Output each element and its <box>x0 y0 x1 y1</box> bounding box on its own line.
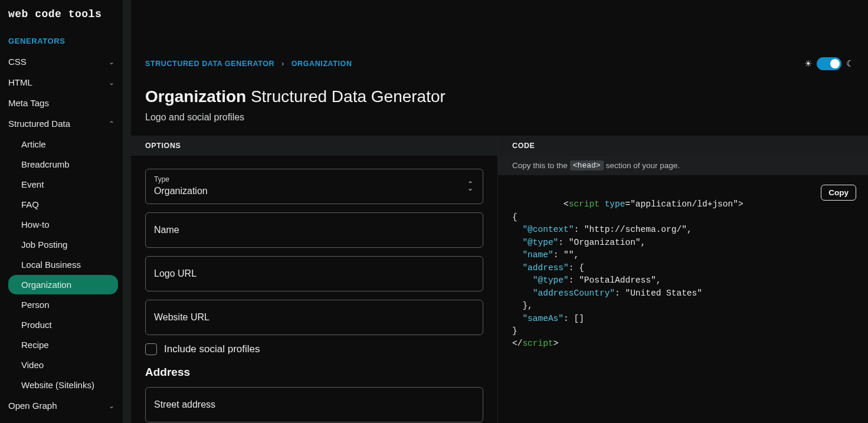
scrollbar-thumb[interactable] <box>123 0 130 366</box>
sidebar-item-article[interactable]: Article <box>8 135 118 154</box>
website-placeholder: Website URL <box>154 312 209 322</box>
sidebar: web code tools GENERATORS CSS ⌄ HTML ⌄ M… <box>0 0 131 423</box>
topbar: STRUCTURED DATA GENERATOR › ORGANIZATION… <box>131 52 868 76</box>
website-url-input[interactable]: Website URL <box>145 300 483 335</box>
type-label: Type <box>154 175 474 183</box>
options-body: Type Organization ⌃⌄ Name Logo URL Websi… <box>131 156 497 423</box>
code-note-suffix: section of your page. <box>606 161 680 170</box>
options-panel: OPTIONS Type Organization ⌃⌄ Name Logo U… <box>131 136 498 423</box>
ad-space <box>131 0 868 52</box>
page-title: Organization Structured Data Generator <box>145 87 854 106</box>
code-note: Copy this to the <head> section of your … <box>498 156 868 175</box>
scrollbar-track <box>123 0 131 423</box>
code-panel: CODE Copy this to the <head> section of … <box>498 136 868 423</box>
type-select[interactable]: Type Organization ⌃⌄ <box>145 169 483 204</box>
sidebar-item-breadcrumb[interactable]: Breadcrumb <box>8 155 118 174</box>
options-head: OPTIONS <box>131 136 497 156</box>
page-title-rest: Structured Data Generator <box>246 87 446 106</box>
sidebar-item-recipe[interactable]: Recipe <box>8 335 118 355</box>
name-placeholder: Name <box>154 225 179 235</box>
nav-css[interactable]: CSS ⌄ <box>0 51 123 72</box>
section-label-generators: GENERATORS <box>0 34 123 51</box>
sidebar-item-video[interactable]: Video <box>8 355 118 375</box>
page-title-bold: Organization <box>145 87 246 106</box>
street-address-input[interactable]: Street address <box>145 387 483 422</box>
brand-logo[interactable]: web code tools <box>0 0 123 34</box>
dark-mode-toggle[interactable] <box>817 57 841 70</box>
chevron-down-icon: ⌄ <box>109 58 114 66</box>
breadcrumb-organization[interactable]: ORGANIZATION <box>291 60 352 68</box>
nav-opengraph-label: Open Graph <box>8 401 57 411</box>
include-social-checkbox[interactable] <box>145 343 157 355</box>
chevron-down-icon: ⌄ <box>109 78 114 87</box>
code-addr-type: PostalAddress <box>584 276 651 285</box>
chevron-down-icon: ⌄ <box>109 402 114 410</box>
page-head: Organization Structured Data Generator L… <box>131 76 868 136</box>
logo-placeholder: Logo URL <box>154 268 196 278</box>
sidebar-item-event[interactable]: Event <box>8 175 118 194</box>
nav-structured-data[interactable]: Structured Data ⌃ <box>0 113 123 134</box>
sidebar-item-faq[interactable]: FAQ <box>8 195 118 214</box>
sidebar-item-website[interactable]: Website (Sitelinks) <box>8 375 118 395</box>
code-type: Organization <box>574 238 635 247</box>
include-social-row: Include social profiles <box>145 343 483 355</box>
chevron-right-icon: › <box>281 60 284 68</box>
sidebar-item-product[interactable]: Product <box>8 315 118 335</box>
breadcrumb: STRUCTURED DATA GENERATOR › ORGANIZATION <box>145 60 352 68</box>
main: STRUCTURED DATA GENERATOR › ORGANIZATION… <box>131 0 868 423</box>
code-context: http://schema.org/ <box>589 225 682 234</box>
select-caret-icon: ⌃⌄ <box>467 182 473 190</box>
street-placeholder: Street address <box>154 399 215 409</box>
sidebar-item-organization[interactable]: Organization <box>8 275 118 294</box>
sidebar-item-howto[interactable]: How-to <box>8 215 118 234</box>
moon-icon: ☾ <box>846 58 854 69</box>
breadcrumb-structured-data[interactable]: STRUCTURED DATA GENERATOR <box>145 60 274 68</box>
type-value: Organization <box>154 186 208 196</box>
nav-html[interactable]: HTML ⌄ <box>0 72 123 93</box>
sidebar-item-person[interactable]: Person <box>8 295 118 314</box>
include-social-label: Include social profiles <box>164 343 260 355</box>
nav-meta-tags[interactable]: Meta Tags <box>0 93 123 113</box>
address-heading: Address <box>145 366 483 379</box>
nav-html-label: HTML <box>8 77 32 87</box>
sidebar-item-local-business[interactable]: Local Business <box>8 255 118 274</box>
sun-icon: ☀ <box>804 58 812 69</box>
code-note-tag: <head> <box>570 160 604 170</box>
chevron-up-icon: ⌃ <box>109 120 114 128</box>
nav-open-graph[interactable]: Open Graph ⌄ <box>0 395 123 416</box>
code-note-prefix: Copy this to the <box>512 161 568 170</box>
name-input[interactable]: Name <box>145 212 483 248</box>
sidebar-item-job-posting[interactable]: Job Posting <box>8 235 118 254</box>
code-block: Copy<script type="application/ld+json"> … <box>498 175 868 361</box>
page-subtitle: Logo and social profiles <box>145 112 854 123</box>
panels: OPTIONS Type Organization ⌃⌄ Name Logo U… <box>131 136 868 423</box>
code-head: CODE <box>498 136 868 156</box>
theme-toggle: ☀ ☾ <box>804 57 854 70</box>
logo-url-input[interactable]: Logo URL <box>145 256 483 291</box>
nav-meta-label: Meta Tags <box>8 98 49 108</box>
nav-structured-label: Structured Data <box>8 119 70 129</box>
copy-button[interactable]: Copy <box>821 185 856 201</box>
code-addr-country: United States <box>630 288 697 298</box>
nav-css-label: CSS <box>8 57 27 67</box>
